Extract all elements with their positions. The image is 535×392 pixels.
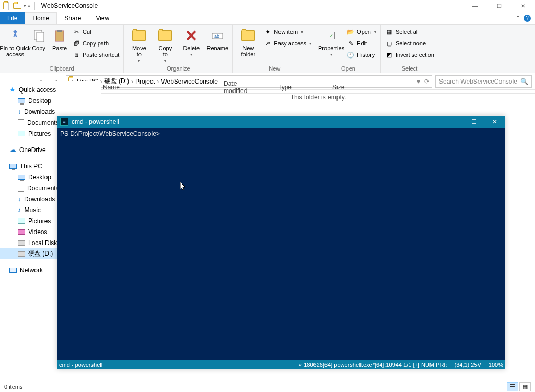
tab-file[interactable]: File [0, 12, 25, 24]
edit-button[interactable]: ✎Edit [345, 38, 377, 49]
copyto-icon [157, 27, 173, 44]
invert-selection-button[interactable]: ◩Invert selection [384, 50, 435, 60]
copy-button[interactable]: Copy [29, 26, 48, 51]
copy-path-button[interactable]: 🗐Copy path [71, 38, 120, 49]
cut-button[interactable]: ✂Cut [71, 27, 120, 37]
group-label: Select [384, 65, 435, 72]
terminal-status-left: cmd - powershell [59, 362, 102, 368]
music-icon: ♪ [18, 206, 21, 214]
select-none-button[interactable]: ▢Select none [384, 38, 435, 49]
easyaccess-icon: ↗ [263, 39, 272, 48]
status-bar: 0 items ☰ ▦ [0, 381, 535, 392]
col-date[interactable]: Date modified [224, 80, 278, 95]
icons-view-button[interactable]: ▦ [519, 382, 531, 391]
properties-icon: ✓ [323, 27, 340, 44]
cloud-icon: ☁ [9, 146, 16, 154]
window-title: WebServiceConsole [41, 2, 98, 9]
tab-share[interactable]: Share [57, 12, 88, 24]
terminal-window: ≡ cmd - powershell — ☐ ✕ PS D:\Project\W… [57, 116, 505, 369]
col-name[interactable]: Name [103, 84, 224, 91]
moveto-icon [131, 27, 147, 44]
delete-button[interactable]: Delete▾ [179, 26, 203, 57]
terminal-title: cmd - powershell [72, 118, 119, 125]
copy-to-button[interactable]: Copy to▾ [153, 26, 177, 63]
close-button[interactable]: ✕ [511, 0, 535, 12]
terminal-status-pct: 100% [489, 362, 503, 368]
network-icon [9, 268, 17, 273]
group-clipboard: Pin to Quick access Copy Paste ✂Cut 🗐Cop… [0, 25, 124, 73]
terminal-titlebar[interactable]: ≡ cmd - powershell — ☐ ✕ [57, 116, 505, 128]
svg-rect-3 [57, 30, 62, 32]
ribbon-tabs: File Home Share View ⌃ ? [0, 12, 535, 25]
maximize-button[interactable]: ☐ [487, 0, 511, 12]
pin-quick-access-button[interactable]: Pin to Quick access [3, 26, 27, 57]
paste-shortcut-button[interactable]: 🗎Paste shortcut [71, 50, 120, 60]
download-icon: ↓ [18, 195, 21, 203]
select-all-button[interactable]: ▦Select all [384, 27, 435, 37]
terminal-status-pos: (34,1) 25V [454, 362, 481, 368]
newfolder-icon [240, 27, 257, 44]
document-icon [18, 185, 24, 192]
terminal-close-button[interactable]: ✕ [484, 116, 505, 128]
explorer-titlebar: ▾ ≡ WebServiceConsole — ☐ ✕ [0, 0, 535, 12]
desktop-icon [18, 98, 25, 103]
selectnone-icon: ▢ [385, 39, 393, 48]
qat-item[interactable] [13, 3, 21, 9]
col-size[interactable]: Size [332, 84, 365, 91]
group-select: ▦Select all ▢Select none ◩Invert selecti… [381, 25, 438, 73]
svg-text:ab: ab [214, 33, 219, 39]
tab-view[interactable]: View [88, 12, 117, 24]
copy-icon [30, 27, 47, 44]
cut-icon: ✂ [72, 28, 80, 36]
minimize-button[interactable]: — [463, 0, 487, 12]
video-icon [18, 229, 25, 235]
item-count: 0 items [4, 384, 22, 390]
picture-icon [18, 131, 25, 136]
open-icon: 📂 [346, 28, 355, 36]
help-icon[interactable]: ? [524, 15, 531, 22]
new-folder-button[interactable]: New folder [236, 26, 260, 57]
terminal-statusbar: cmd - powershell « 180626[64] powershell… [57, 360, 505, 369]
properties-button[interactable]: ✓Properties▾ [319, 26, 343, 57]
terminal-maximize-button[interactable]: ☐ [463, 116, 484, 128]
download-icon: ↓ [18, 108, 21, 116]
history-icon: 🕘 [346, 51, 355, 59]
group-new: New folder ✦New item▾ ↗Easy access▾ New [233, 25, 316, 73]
picture-icon [18, 218, 25, 224]
selectall-icon: ▦ [385, 28, 393, 36]
open-button[interactable]: 📂Open▾ [345, 27, 377, 37]
empty-message: This folder is empty. [101, 94, 535, 101]
rename-icon: ab [209, 27, 226, 44]
group-label: Organize [127, 65, 229, 72]
ribbon-chevron-icon[interactable]: ⌃ [516, 15, 520, 21]
disk-icon [18, 251, 25, 257]
details-view-button[interactable]: ☰ [507, 382, 518, 391]
nav-desktop[interactable]: Desktop [0, 95, 101, 106]
new-item-button[interactable]: ✦New item▾ [262, 27, 312, 37]
history-button[interactable]: 🕘History [345, 50, 377, 60]
terminal-minimize-button[interactable]: — [443, 116, 463, 128]
rename-button[interactable]: abRename [205, 26, 229, 51]
col-type[interactable]: Type [278, 84, 332, 91]
document-icon [18, 119, 24, 126]
terminal-status-mid: « 180626[64] powershell.exe*[64]:10944 1… [299, 362, 447, 368]
delete-icon [183, 27, 200, 44]
paste-icon [51, 27, 68, 44]
group-open: ✓Properties▾ 📂Open▾ ✎Edit 🕘History Open [316, 25, 381, 73]
tab-home[interactable]: Home [25, 12, 57, 24]
qat-dropdown-icon[interactable]: ▾ ≡ [24, 3, 30, 8]
pin-icon [7, 27, 24, 44]
terminal-prompt: PS D:\Project\WebServiceConsole> [60, 130, 160, 137]
move-to-button[interactable]: Move to▾ [127, 26, 151, 63]
nav-quick-access[interactable]: ★Quick access [0, 84, 101, 95]
invert-icon: ◩ [385, 51, 393, 59]
star-icon: ★ [9, 86, 16, 94]
group-label: Clipboard [3, 65, 120, 72]
easy-access-button[interactable]: ↗Easy access▾ [262, 38, 312, 49]
group-label: Open [319, 65, 377, 72]
terminal-body[interactable]: PS D:\Project\WebServiceConsole> [57, 128, 505, 141]
copypath-icon: 🗐 [72, 39, 80, 48]
paste-button[interactable]: Paste [50, 26, 69, 51]
newitem-icon: ✦ [263, 28, 272, 36]
desktop-icon [18, 175, 25, 180]
